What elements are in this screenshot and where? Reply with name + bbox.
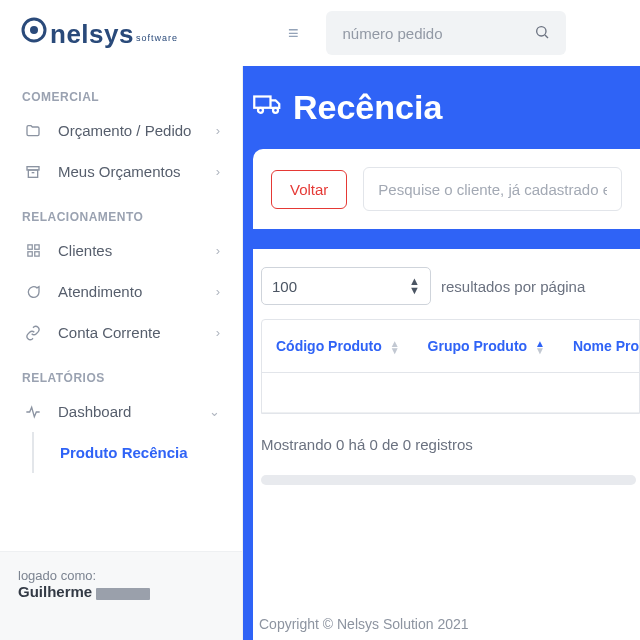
sidebar-item-label: Clientes <box>58 242 216 259</box>
sidebar-item-orcamento-pedido[interactable]: Orçamento / Pedido › <box>0 110 242 151</box>
filter-card: Voltar <box>253 149 640 229</box>
sort-icon: ▲▼ <box>390 340 400 354</box>
sort-asc-icon: ▲▼ <box>535 340 545 354</box>
svg-rect-5 <box>28 170 37 177</box>
col-grupo-produto[interactable]: Grupo Produto ▲▼ <box>414 320 559 373</box>
select-arrows-icon: ▲▼ <box>409 277 420 295</box>
sidebar-item-conta-corrente[interactable]: Conta Corrente › <box>0 312 242 353</box>
per-page-value: 100 <box>272 278 297 295</box>
logo-icon <box>20 16 48 44</box>
order-search-input[interactable] <box>342 25 534 42</box>
chevron-right-icon: › <box>216 284 220 299</box>
truck-icon <box>253 89 283 126</box>
svg-rect-7 <box>27 245 31 249</box>
link-icon <box>22 325 44 341</box>
per-page-label: resultados por página <box>441 278 585 295</box>
brand-subtitle: software <box>136 33 178 43</box>
main-content: Recência Voltar 100 ▲▼ resultados por pá… <box>243 66 640 640</box>
chevron-right-icon: › <box>216 164 220 179</box>
folder-icon <box>22 123 44 139</box>
col-codigo-produto[interactable]: Código Produto ▲▼ <box>262 320 414 373</box>
archive-icon <box>22 164 44 180</box>
svg-rect-11 <box>254 97 270 108</box>
sidebar-item-dashboard[interactable]: Dashboard ⌄ <box>0 391 242 432</box>
copyright: Copyright © Nelsys Solution 2021 <box>259 614 469 634</box>
menu-toggle-icon[interactable]: ≡ <box>288 23 299 44</box>
col-nome-produto[interactable]: Nome Produ <box>559 320 640 373</box>
svg-point-1 <box>30 26 38 34</box>
svg-rect-10 <box>34 252 38 256</box>
horizontal-scrollbar[interactable] <box>261 475 636 485</box>
section-relatorios: RELATÓRIOS <box>0 353 242 391</box>
brand-name: nelsys <box>50 19 134 50</box>
logged-user: Guilherme <box>18 583 92 600</box>
redacted-surname <box>96 588 150 600</box>
results-table: Código Produto ▲▼ Grupo Produto ▲▼ Nome … <box>261 319 640 414</box>
order-search[interactable] <box>326 11 566 55</box>
svg-line-3 <box>545 35 548 38</box>
brand-logo: nelsys software <box>20 16 178 50</box>
sidebar-item-atendimento[interactable]: Atendimento › <box>0 271 242 312</box>
sidebar-item-label: Dashboard <box>58 403 209 420</box>
svg-point-2 <box>537 26 546 35</box>
chat-icon <box>22 284 44 300</box>
section-comercial: COMERCIAL <box>0 72 242 110</box>
sidebar-item-clientes[interactable]: Clientes › <box>0 230 242 271</box>
svg-rect-9 <box>27 252 31 256</box>
results-pane: 100 ▲▼ resultados por página Código Prod… <box>253 249 640 640</box>
sidebar-footer: logado como: Guilherme <box>0 551 242 640</box>
grid-icon <box>22 243 44 258</box>
showing-text: Mostrando 0 há 0 de 0 registros <box>257 430 640 453</box>
sidebar-subitem-produto-recencia[interactable]: Produto Recência <box>0 432 242 473</box>
table-row-empty <box>262 373 640 413</box>
back-button[interactable]: Voltar <box>271 170 347 209</box>
chevron-right-icon: › <box>216 325 220 340</box>
sidebar-subitem-label: Produto Recência <box>60 444 188 461</box>
pulse-icon <box>22 404 44 420</box>
svg-point-12 <box>258 108 263 113</box>
chevron-right-icon: › <box>216 243 220 258</box>
sidebar-item-label: Atendimento <box>58 283 216 300</box>
sidebar-item-label: Orçamento / Pedido <box>58 122 216 139</box>
chevron-right-icon: › <box>216 123 220 138</box>
sidebar-item-meus-orcamentos[interactable]: Meus Orçamentos › <box>0 151 242 192</box>
client-search-input[interactable] <box>363 167 622 211</box>
chevron-down-icon: ⌄ <box>209 404 220 419</box>
svg-point-13 <box>273 108 278 113</box>
per-page-select[interactable]: 100 ▲▼ <box>261 267 431 305</box>
sidebar-item-label: Meus Orçamentos <box>58 163 216 180</box>
svg-rect-8 <box>34 245 38 249</box>
section-relacionamento: RELACIONAMENTO <box>0 192 242 230</box>
sidebar: COMERCIAL Orçamento / Pedido › Meus Orça… <box>0 66 243 640</box>
page-title: Recência <box>293 88 442 127</box>
sidebar-item-label: Conta Corrente <box>58 324 216 341</box>
search-icon <box>534 24 550 43</box>
logged-as-label: logado como: <box>18 568 224 583</box>
